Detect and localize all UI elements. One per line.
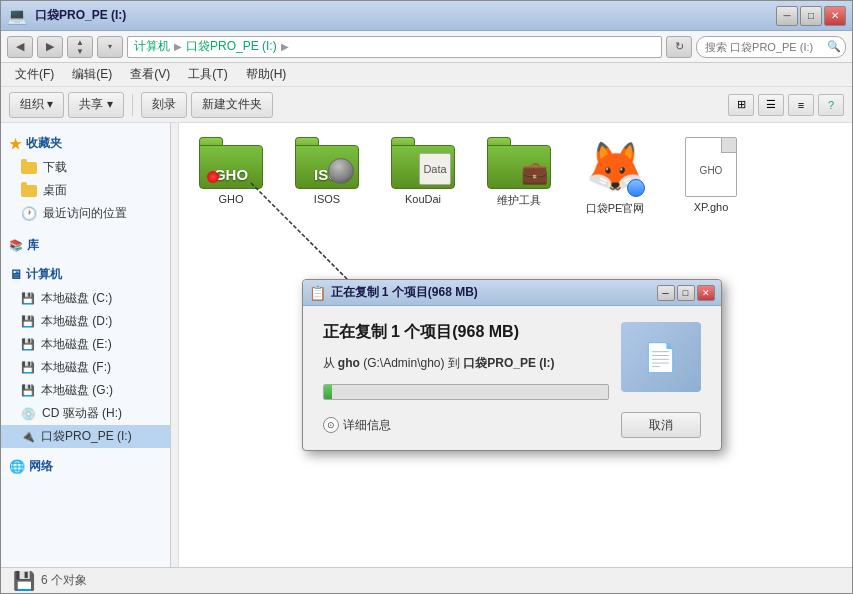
explorer-window: 💻 口袋PRO_PE (I:) ─ □ ✕ ◀ ▶ ▲▼ ▾ 计算机 ▶ 口袋P… — [0, 0, 853, 594]
view-list-button[interactable]: ☰ — [758, 94, 784, 116]
sidebar-item-label: 本地磁盘 (G:) — [41, 382, 113, 399]
cancel-button[interactable]: 取消 — [621, 412, 701, 438]
sidebar-item-g[interactable]: 💾 本地磁盘 (G:) — [1, 379, 170, 402]
burn-button[interactable]: 刻录 — [141, 92, 187, 118]
status-count: 6 个对象 — [41, 572, 87, 589]
disk-icon: 💾 — [21, 361, 35, 374]
computer-icon: 🖥 — [9, 267, 22, 282]
dest-bold: 口袋PRO_PE (I:) — [463, 356, 554, 370]
favorites-section[interactable]: ★ 收藏夹 — [1, 131, 170, 156]
back-button[interactable]: ◀ — [7, 36, 33, 58]
help-button[interactable]: ? — [818, 94, 844, 116]
sidebar-item-h[interactable]: 💿 CD 驱动器 (H:) — [1, 402, 170, 425]
sidebar-item-downloads[interactable]: 下载 — [1, 156, 170, 179]
menu-file[interactable]: 文件(F) — [7, 64, 62, 85]
forward-button[interactable]: ▶ — [37, 36, 63, 58]
copy-dialog: 📋 正在复制 1 个项目(968 MB) ─ □ ✕ 正在复制 1 个项目(96… — [302, 279, 722, 451]
status-bar: 💾 6 个对象 — [1, 567, 852, 593]
source-bold: gho — [338, 356, 360, 370]
folder-icon — [21, 162, 37, 174]
main-content: ★ 收藏夹 下载 桌面 🕐 最近访问的位置 📚 库 — [1, 123, 852, 567]
view-detail-button[interactable]: ≡ — [788, 94, 814, 116]
close-button[interactable]: ✕ — [824, 6, 846, 26]
dialog-minimize-button[interactable]: ─ — [657, 285, 675, 301]
dialog-info-row: 从 gho (G:\Admin\gho) 到 口袋PRO_PE (I:) — [323, 355, 609, 372]
progress-bar-fill — [324, 385, 333, 399]
copy-animation: 📄 — [621, 322, 701, 392]
sidebar-item-c[interactable]: 💾 本地磁盘 (C:) — [1, 287, 170, 310]
folder-body: ISO — [295, 145, 359, 189]
view-mode-button[interactable]: ⊞ — [728, 94, 754, 116]
sidebar-item-label: 桌面 — [43, 182, 67, 199]
sidebar-item-d[interactable]: 💾 本地磁盘 (D:) — [1, 310, 170, 333]
search-input[interactable] — [696, 36, 846, 58]
network-section[interactable]: 🌐 网络 — [1, 454, 170, 479]
sidebar-item-label: 下载 — [43, 159, 67, 176]
dialog-content-row: 正在复制 1 个项目(968 MB) 从 gho (G:\Admin\gho) … — [323, 322, 701, 412]
file-item-isos[interactable]: ISO ISOS — [287, 133, 367, 220]
file-item-firefox[interactable]: 🦊 口袋PE官网 — [575, 133, 655, 220]
minimize-button[interactable]: ─ — [776, 6, 798, 26]
recent-locations-button[interactable]: ▾ — [97, 36, 123, 58]
crumb-sep-1: ▶ — [174, 41, 182, 52]
refresh-button[interactable]: ↻ — [666, 36, 692, 58]
folder-body: Data — [391, 145, 455, 189]
menu-view[interactable]: 查看(V) — [122, 64, 178, 85]
sidebar-item-label: 本地磁盘 (E:) — [41, 336, 112, 353]
sidebar-item-i[interactable]: 🔌 口袋PRO_PE (I:) — [1, 425, 170, 448]
sidebar-scroll-track[interactable] — [171, 123, 179, 567]
details-arrow-icon: ⊙ — [323, 417, 339, 433]
computer-crumb[interactable]: 计算机 — [134, 38, 170, 55]
menu-bar: 文件(F) 编辑(E) 查看(V) 工具(T) 帮助(H) — [1, 63, 852, 87]
gho-marker — [207, 171, 219, 183]
restore-button[interactable]: □ — [800, 6, 822, 26]
menu-tools[interactable]: 工具(T) — [180, 64, 235, 85]
file-item-soft[interactable]: 💼 维护工具 — [479, 133, 559, 220]
dialog-body: 正在复制 1 个项目(968 MB) 从 gho (G:\Admin\gho) … — [303, 306, 721, 450]
sidebar-item-e[interactable]: 💾 本地磁盘 (E:) — [1, 333, 170, 356]
sidebar-item-label: 本地磁盘 (C:) — [41, 290, 112, 307]
file-item-gho[interactable]: GHO GHO — [191, 133, 271, 220]
dialog-footer: ⊙ 详细信息 取消 — [323, 412, 701, 438]
title-bar-left: 💻 口袋PRO_PE (I:) — [7, 6, 776, 25]
title-bar: 💻 口袋PRO_PE (I:) ─ □ ✕ — [1, 1, 852, 31]
dialog-close-button[interactable]: ✕ — [697, 285, 715, 301]
gho-folder-icon: GHO — [199, 137, 263, 189]
file-item-name: GHO — [218, 193, 243, 205]
organize-button[interactable]: 组织 ▾ — [9, 92, 64, 118]
crumb-sep-2: ▶ — [281, 41, 289, 52]
sidebar-item-desktop[interactable]: 桌面 — [1, 179, 170, 202]
progress-bar-container — [323, 384, 609, 400]
share-button[interactable]: 共享 ▾ — [68, 92, 123, 118]
recent-icon: 🕐 — [21, 206, 37, 221]
drive-crumb[interactable]: 口袋PRO_PE (I:) — [186, 38, 277, 55]
data-overlay: Data — [419, 153, 451, 185]
file-item-name: KouDai — [405, 193, 441, 205]
file-item-koudai[interactable]: Data KouDai — [383, 133, 463, 220]
toolbar-right: ⊞ ☰ ≡ ? — [728, 94, 844, 116]
sidebar-item-f[interactable]: 💾 本地磁盘 (F:) — [1, 356, 170, 379]
new-folder-button[interactable]: 新建文件夹 — [191, 92, 273, 118]
folder-icon — [21, 185, 37, 197]
menu-edit[interactable]: 编辑(E) — [64, 64, 120, 85]
file-item-xpgho[interactable]: GHO XP.gho — [671, 133, 751, 220]
details-toggle[interactable]: ⊙ 详细信息 — [323, 417, 391, 434]
up-button[interactable]: ▲▼ — [67, 36, 93, 58]
search-icon[interactable]: 🔍 — [826, 39, 842, 55]
computer-label: 计算机 — [26, 266, 62, 283]
dialog-maximize-button[interactable]: □ — [677, 285, 695, 301]
title-bar-controls: ─ □ ✕ — [776, 6, 846, 26]
dialog-text-area: 正在复制 1 个项目(968 MB) 从 gho (G:\Admin\gho) … — [323, 322, 609, 412]
library-section[interactable]: 📚 库 — [1, 233, 170, 258]
network-label: 网络 — [29, 458, 53, 475]
sidebar-item-label: CD 驱动器 (H:) — [42, 405, 122, 422]
file-area: GHO GHO ISO — [171, 123, 852, 567]
sidebar-item-recent[interactable]: 🕐 最近访问的位置 — [1, 202, 170, 225]
folder-body: GHO — [199, 145, 263, 189]
file-item-name: 维护工具 — [497, 193, 541, 208]
computer-section[interactable]: 🖥 计算机 — [1, 262, 170, 287]
breadcrumb-bar[interactable]: 计算机 ▶ 口袋PRO_PE (I:) ▶ — [127, 36, 662, 58]
soft-overlay: 💼 — [521, 160, 548, 186]
menu-help[interactable]: 帮助(H) — [238, 64, 295, 85]
soft-folder-icon: 💼 — [487, 137, 551, 189]
